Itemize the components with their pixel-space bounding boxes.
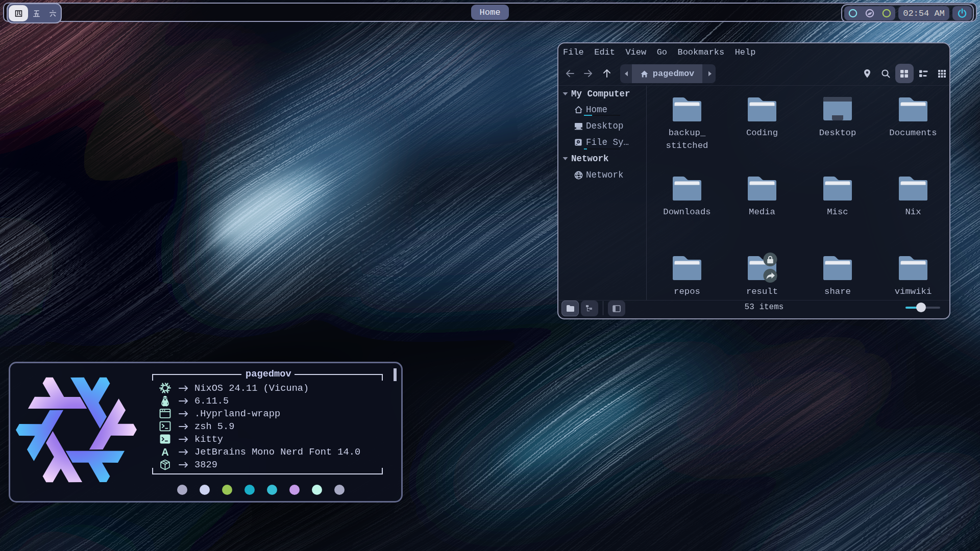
svg-text:A: A — [161, 447, 168, 457]
